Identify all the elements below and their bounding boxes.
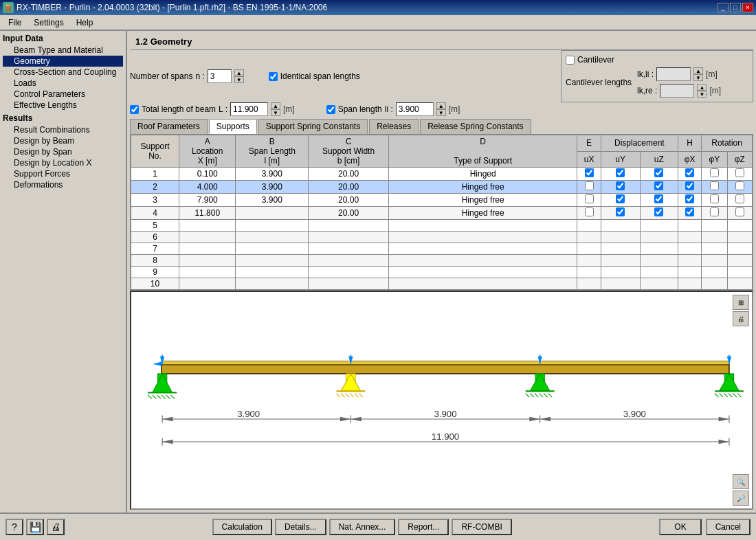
span-length-down[interactable]: ▼ (436, 109, 446, 116)
report-button[interactable]: Report... (398, 519, 449, 535)
span-length-up[interactable]: ▲ (436, 102, 446, 109)
cb-ux-3[interactable] (585, 194, 594, 203)
close-btn[interactable]: ✕ (742, 3, 753, 12)
tab-releases[interactable]: Releases (369, 119, 419, 134)
lk-li-input[interactable] (656, 67, 691, 81)
cell-ux[interactable] (577, 207, 601, 220)
cell-phiz[interactable] (727, 181, 752, 194)
cell-ux[interactable] (577, 181, 601, 194)
lk-re-input[interactable] (660, 84, 694, 98)
sidebar-item-control-params[interactable]: Control Parameters (3, 89, 123, 100)
cell-phix[interactable] (678, 168, 701, 181)
cb-uy-2[interactable] (616, 181, 625, 190)
num-spans-up[interactable]: ▲ (234, 69, 244, 76)
cb-phiz-3[interactable] (735, 194, 744, 203)
lk-li-up[interactable]: ▲ (693, 67, 703, 74)
num-spans-down[interactable]: ▼ (234, 76, 244, 83)
nat-annex-button[interactable]: Nat. Annex... (329, 519, 396, 535)
save-icon-btn[interactable]: 💾 (26, 519, 44, 535)
cell-uy[interactable] (601, 207, 640, 220)
cell-ux[interactable] (577, 168, 601, 181)
cb-ux-2[interactable] (585, 181, 594, 190)
cb-ux-4[interactable] (585, 207, 594, 216)
sidebar-item-deformations[interactable]: Deformations (3, 179, 123, 190)
cb-uz-1[interactable] (654, 168, 663, 177)
table-row[interactable]: 1 0.100 3.900 20.00 Hinged (131, 168, 753, 181)
lk-li-down[interactable]: ▼ (693, 74, 703, 81)
cb-uy-4[interactable] (616, 207, 625, 216)
span-length-input[interactable] (396, 102, 434, 116)
cb-uy-1[interactable] (616, 168, 625, 177)
cb-phiy-2[interactable] (710, 181, 719, 190)
cb-uy-3[interactable] (616, 194, 625, 203)
cell-uz[interactable] (640, 194, 678, 207)
table-row[interactable]: 4 11.800 20.00 Hinged free (131, 207, 753, 220)
sidebar-item-design-by-beam[interactable]: Design by Beam (3, 135, 123, 146)
cell-ux[interactable] (577, 194, 601, 207)
num-spans-spinner[interactable]: ▲ ▼ (234, 69, 244, 83)
tab-roof-parameters[interactable]: Roof Parameters (130, 119, 208, 134)
cell-uy[interactable] (601, 194, 640, 207)
maximize-btn[interactable]: □ (730, 3, 741, 12)
sidebar-item-cross-section[interactable]: Cross-Section and Coupling (3, 67, 123, 78)
table-row[interactable]: 2 4.000 3.900 20.00 Hinged free (131, 181, 753, 194)
cb-uz-3[interactable] (654, 194, 663, 203)
cb-phix-4[interactable] (685, 207, 694, 216)
sidebar-item-support-forces[interactable]: Support Forces (3, 168, 123, 179)
cb-phiz-4[interactable] (735, 207, 744, 216)
span-length-checkbox[interactable] (326, 105, 335, 114)
diagram-btn-2[interactable]: 🖨 (733, 311, 749, 326)
zoom-in-btn[interactable]: 🔍 (733, 474, 749, 489)
table-row[interactable]: 3 7.900 3.900 20.00 Hinged free (131, 194, 753, 207)
cell-uz[interactable] (640, 168, 678, 181)
cell-phiz[interactable] (727, 194, 752, 207)
tab-support-spring-constants[interactable]: Support Spring Constants (258, 119, 368, 134)
cell-phiy[interactable] (702, 194, 727, 207)
cell-phix[interactable] (678, 194, 701, 207)
num-spans-input[interactable] (208, 69, 232, 83)
cb-phiy-4[interactable] (710, 207, 719, 216)
ok-button[interactable]: OK (659, 519, 701, 535)
cb-phiz-2[interactable] (735, 181, 744, 190)
tab-supports[interactable]: Supports (209, 119, 257, 134)
calculation-button[interactable]: Calculation (212, 519, 272, 535)
sidebar-item-result-combinations[interactable]: Result Combinations (3, 124, 123, 135)
cb-phiz-1[interactable] (735, 168, 744, 177)
span-length-spinner[interactable]: ▲ ▼ (436, 102, 446, 116)
menu-help[interactable]: Help (71, 16, 99, 29)
total-length-up[interactable]: ▲ (271, 102, 280, 109)
total-length-spinner[interactable]: ▲ ▼ (271, 102, 280, 116)
print-icon-btn[interactable]: 🖨 (47, 519, 65, 535)
cell-uy[interactable] (601, 168, 640, 181)
lk-re-up[interactable]: ▲ (697, 84, 707, 91)
cb-phiy-3[interactable] (710, 194, 719, 203)
cell-phix[interactable] (678, 181, 701, 194)
lk-re-spinner[interactable]: ▲ ▼ (697, 84, 707, 98)
sidebar-item-geometry[interactable]: Geometry (3, 56, 123, 67)
help-icon-btn[interactable]: ? (5, 519, 23, 535)
cb-phix-1[interactable] (685, 168, 694, 177)
sidebar-item-design-by-span[interactable]: Design by Span (3, 146, 123, 157)
menu-settings[interactable]: Settings (28, 16, 69, 29)
total-length-down[interactable]: ▼ (271, 109, 280, 116)
cantilever-checkbox[interactable] (566, 56, 575, 65)
cb-uz-4[interactable] (654, 207, 663, 216)
sidebar-item-beam-type[interactable]: Beam Type and Material (3, 45, 123, 56)
total-length-input[interactable] (230, 102, 268, 116)
cb-phix-2[interactable] (685, 181, 694, 190)
cb-uz-2[interactable] (654, 181, 663, 190)
cell-phiy[interactable] (702, 168, 727, 181)
total-length-checkbox[interactable] (130, 105, 139, 114)
sidebar-item-effective-lengths[interactable]: Effective Lengths (3, 100, 123, 111)
cell-uz[interactable] (640, 207, 678, 220)
cancel-button[interactable]: Cancel (706, 519, 751, 535)
minimize-btn[interactable]: _ (718, 3, 729, 12)
identical-span-checkbox[interactable] (269, 72, 278, 81)
lk-li-spinner[interactable]: ▲ ▼ (693, 67, 703, 81)
cb-phiy-1[interactable] (710, 168, 719, 177)
sidebar-item-loads[interactable]: Loads (3, 78, 123, 89)
sidebar-item-design-by-location[interactable]: Design by Location X (3, 157, 123, 168)
menu-file[interactable]: File (3, 16, 27, 29)
lk-re-down[interactable]: ▼ (697, 91, 707, 98)
cb-phix-3[interactable] (685, 194, 694, 203)
